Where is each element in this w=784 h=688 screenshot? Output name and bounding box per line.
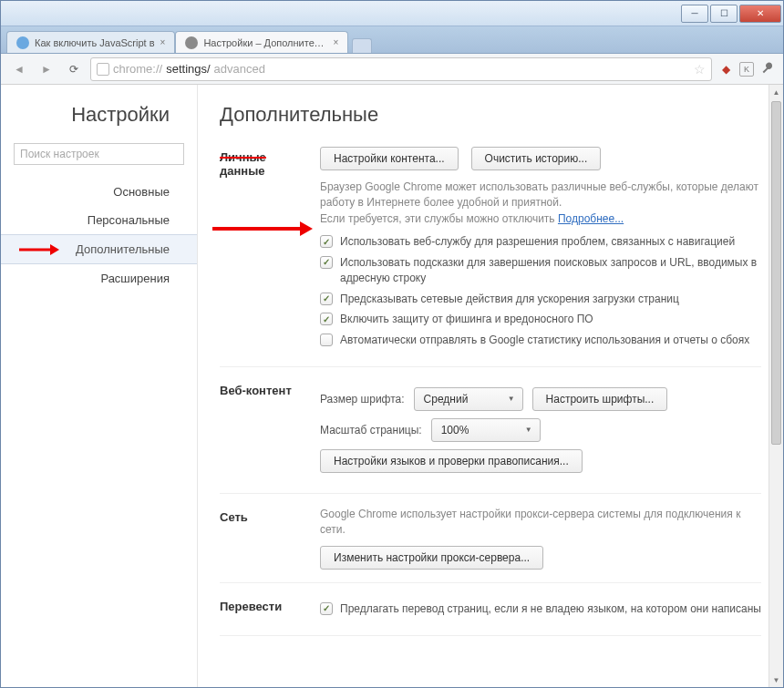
content-settings-button[interactable]: Настройки контента...: [320, 147, 459, 170]
bookmark-star-icon[interactable]: ☆: [694, 62, 706, 77]
globe-icon: [97, 63, 109, 76]
address-bar[interactable]: chrome:// settings/ advanced ☆: [90, 57, 712, 81]
privacy-description: Браузер Google Chrome может использовать…: [320, 180, 761, 227]
section-body: Предлагать перевод страниц, если я не вл…: [320, 596, 761, 622]
checkbox-suggestions[interactable]: Использовать подсказки для завершения по…: [320, 255, 761, 286]
checkbox-label: Включить защиту от фишинга и вредоносног…: [340, 312, 593, 327]
checkbox-icon[interactable]: [320, 313, 333, 325]
window-frame: ─ ☐ ✕ Как включить JavaScript в × Настро…: [0, 0, 784, 688]
section-label: Сеть: [220, 507, 320, 570]
section-network: Сеть Google Chrome использует настройки …: [220, 494, 761, 583]
sidebar-item-advanced[interactable]: Дополнительные: [1, 234, 197, 264]
section-label: Перевести: [220, 596, 320, 622]
font-size-select[interactable]: Средний: [414, 387, 523, 411]
section-translate: Перевести Предлагать перевод страниц, ес…: [220, 583, 761, 636]
content-area: Настройки Основные Персональные Дополнит…: [1, 85, 783, 687]
sidebar-item-label: Дополнительные: [76, 242, 170, 256]
sidebar-title: Настройки: [1, 103, 197, 127]
label-struck: Личные: [220, 150, 266, 164]
checkbox-crash-reports[interactable]: Автоматически отправлять в Google статис…: [320, 333, 761, 348]
checkbox-label: Использовать веб-службу для разрешения п…: [340, 234, 735, 250]
reload-button[interactable]: ⟳: [63, 58, 85, 80]
section-label: Веб-контент: [220, 380, 320, 480]
network-description: Google Chrome использует настройки прокс…: [320, 507, 761, 539]
sidebar-item-basic[interactable]: Основные: [1, 178, 197, 206]
favicon-icon: [16, 36, 29, 49]
sidebar-nav: Основные Персональные Дополнительные Рас…: [1, 178, 197, 293]
toolbar: ◄ ► ⟳ chrome:// settings/ advanced ☆ ◆ K: [1, 54, 783, 85]
red-arrow-icon: [212, 221, 313, 237]
back-button[interactable]: ◄: [8, 58, 30, 80]
tab-close-icon[interactable]: ×: [160, 37, 166, 47]
checkbox-translate[interactable]: Предлагать перевод страниц, если я не вл…: [320, 601, 761, 617]
section-label: Личные данные: [220, 147, 320, 354]
url-scheme: chrome://: [113, 62, 162, 76]
proxy-settings-button[interactable]: Изменить настройки прокси-сервера...: [320, 546, 543, 570]
sidebar: Настройки Основные Персональные Дополнит…: [1, 85, 197, 687]
section-body: Размер шрифта: Средний Настроить шрифты.…: [320, 380, 761, 480]
checkbox-label: Предлагать перевод страниц, если я не вл…: [340, 601, 761, 617]
scrollbar[interactable]: ▲ ▼: [769, 85, 783, 687]
sidebar-item-personal[interactable]: Персональные: [1, 206, 197, 234]
gear-icon: [185, 36, 198, 49]
red-arrow-icon: [19, 243, 59, 256]
section-privacy: Личные данные Настройки контента... Очис…: [220, 147, 761, 367]
close-button[interactable]: ✕: [739, 5, 781, 23]
checkbox-label: Автоматически отправлять в Google статис…: [340, 333, 749, 348]
sidebar-item-extensions[interactable]: Расширения: [1, 264, 197, 293]
lang-row: Настройки языков и проверки правописания…: [320, 449, 761, 473]
customize-fonts-button[interactable]: Настроить шрифты...: [532, 387, 668, 411]
forward-button[interactable]: ►: [36, 58, 57, 80]
checkbox-phishing[interactable]: Включить защиту от фишинга и вредоносног…: [320, 312, 761, 327]
page-title: Дополнительные: [220, 103, 761, 127]
checkbox-icon[interactable]: [320, 235, 333, 248]
checkbox-label: Предсказывать сетевые действия для ускор…: [340, 292, 679, 307]
wrench-icon[interactable]: [759, 61, 776, 77]
new-tab-button[interactable]: [352, 38, 372, 53]
checkbox-icon[interactable]: [320, 293, 333, 305]
checkbox-icon[interactable]: [320, 334, 333, 346]
tab-javascript-howto[interactable]: Как включить JavaScript в ×: [6, 31, 175, 53]
search-input[interactable]: [14, 143, 184, 165]
scroll-track[interactable]: [769, 99, 783, 673]
learn-more-link[interactable]: Подробнее...: [558, 212, 624, 225]
svg-marker-3: [300, 221, 313, 236]
checkbox-navigation-service[interactable]: Использовать веб-службу для разрешения п…: [320, 234, 761, 250]
url-path: settings/: [166, 62, 210, 76]
scroll-up-icon[interactable]: ▲: [769, 85, 783, 99]
tab-strip: Как включить JavaScript в × Настройки – …: [1, 26, 783, 54]
button-row: Настройки контента... Очистить историю..…: [320, 147, 761, 170]
page-zoom-row: Масштаб страницы: 100%: [320, 418, 761, 442]
language-settings-button[interactable]: Настройки языков и проверки правописания…: [320, 449, 583, 473]
checkbox-predict[interactable]: Предсказывать сетевые действия для ускор…: [320, 292, 761, 307]
tab-close-icon[interactable]: ×: [334, 37, 339, 47]
clear-history-button[interactable]: Очистить историю...: [471, 147, 602, 170]
section-body: Google Chrome использует настройки прокс…: [320, 507, 761, 570]
tab-settings-advanced[interactable]: Настройки – Дополнительн ×: [175, 31, 348, 53]
tab-label: Как включить JavaScript в: [35, 37, 155, 48]
main-panel: Дополнительные Личные данные Настройки к…: [198, 85, 783, 687]
k-extension-icon[interactable]: K: [739, 62, 754, 77]
page-zoom-label: Масштаб страницы:: [320, 424, 422, 436]
checkbox-label: Использовать подсказки для завершения по…: [340, 255, 761, 286]
tab-label: Настройки – Дополнительн: [203, 37, 327, 48]
section-body: Настройки контента... Очистить историю..…: [320, 147, 761, 354]
titlebar: ─ ☐ ✕: [1, 1, 783, 26]
checkbox-icon[interactable]: [320, 602, 333, 615]
section-web-content: Веб-контент Размер шрифта: Средний Настр…: [220, 367, 761, 494]
scroll-down-icon[interactable]: ▼: [769, 673, 783, 687]
page-zoom-select[interactable]: 100%: [431, 418, 541, 442]
font-size-label: Размер шрифта:: [320, 393, 405, 406]
scroll-thumb[interactable]: [771, 101, 781, 445]
checkbox-icon[interactable]: [320, 256, 333, 269]
url-path: advanced: [214, 62, 265, 76]
kaspersky-icon[interactable]: ◆: [717, 61, 734, 77]
svg-marker-1: [50, 244, 59, 255]
label-plain: данные: [220, 164, 265, 178]
maximize-button[interactable]: ☐: [710, 5, 738, 23]
minimize-button[interactable]: ─: [681, 5, 708, 23]
font-size-row: Размер шрифта: Средний Настроить шрифты.…: [320, 387, 761, 411]
